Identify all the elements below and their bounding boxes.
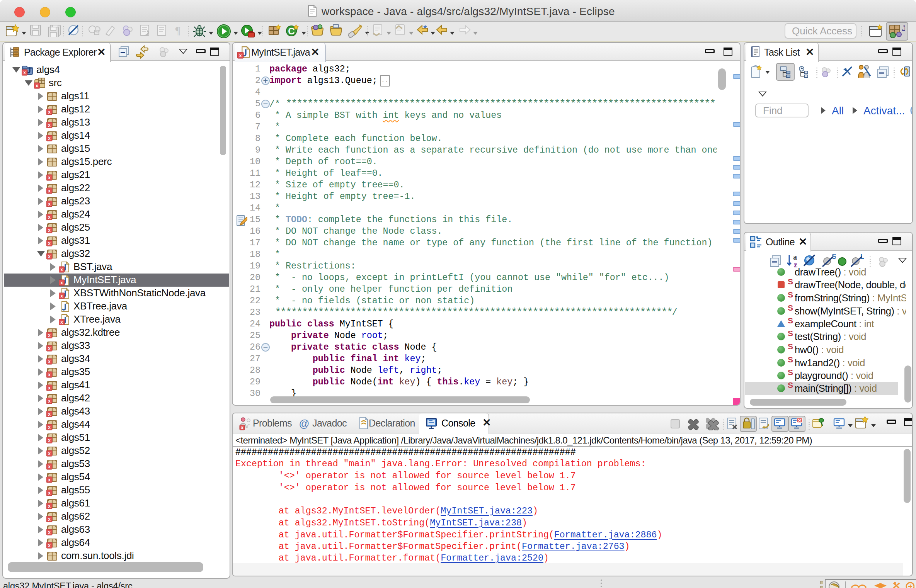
svg-text:C: C	[288, 26, 295, 36]
svg-text:¶: ¶	[175, 24, 180, 36]
svg-text:x: x	[239, 53, 242, 58]
svg-text:x: x	[241, 425, 243, 430]
svg-text:@: @	[299, 418, 310, 430]
svg-text:J: J	[902, 24, 905, 33]
